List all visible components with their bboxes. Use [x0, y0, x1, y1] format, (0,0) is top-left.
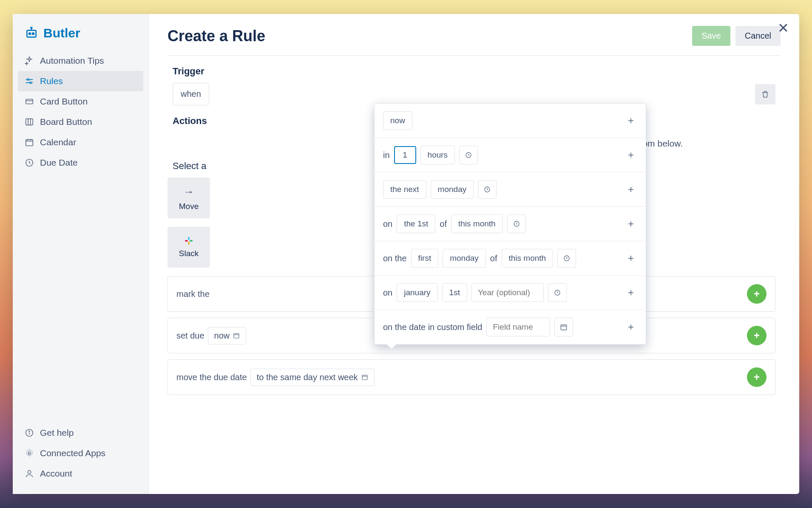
cancel-button[interactable]: Cancel	[735, 26, 781, 46]
hours-value-input[interactable]	[394, 146, 416, 164]
sidebar-item-label: Card Button	[40, 96, 88, 107]
time-picker-button[interactable]	[557, 249, 576, 268]
sidebar-bottom: Get help Connected Apps Account	[13, 423, 148, 494]
action-text: set due	[176, 331, 204, 341]
sidebar-item-connected-apps[interactable]: Connected Apps	[18, 443, 143, 463]
plus-icon: +	[754, 288, 760, 300]
label-on: on	[383, 219, 392, 229]
add-option-button[interactable]: +	[625, 113, 637, 128]
the-next-chip[interactable]: the next	[383, 180, 426, 199]
plus-icon: +	[754, 371, 760, 383]
calendar-icon	[560, 323, 568, 331]
1st-chip[interactable]: 1st	[442, 283, 467, 302]
add-option-button[interactable]: +	[625, 251, 637, 266]
sidebar-item-board-button[interactable]: Board Button	[18, 112, 143, 132]
january-chip[interactable]: january	[397, 283, 437, 302]
svg-point-2	[32, 33, 34, 34]
chip-label: to the same day next week	[257, 373, 358, 382]
popover-row-custom-field: on the date in custom field +	[375, 310, 646, 344]
sidebar-item-calendar[interactable]: Calendar	[18, 132, 143, 152]
sidebar-item-get-help[interactable]: Get help	[18, 423, 143, 443]
label-in: in	[383, 150, 390, 160]
page-header: Create a Rule Save Cancel	[168, 26, 781, 56]
due-now-chip[interactable]: now	[208, 327, 247, 344]
first-chip[interactable]: first	[411, 249, 439, 268]
clock-icon	[25, 158, 34, 167]
header-actions: Save Cancel	[692, 26, 781, 46]
the-1st-chip[interactable]: the 1st	[397, 214, 435, 233]
tile-label: Move	[179, 202, 199, 211]
add-option-button[interactable]: +	[625, 147, 637, 163]
time-picker-button[interactable]	[507, 214, 526, 233]
svg-rect-14	[26, 140, 33, 146]
now-chip[interactable]: now	[383, 111, 412, 130]
plus-icon: +	[754, 330, 760, 341]
clock-icon	[483, 186, 491, 193]
tile-label: Slack	[179, 249, 199, 258]
hours-chip[interactable]: hours	[420, 146, 455, 164]
sidebar-item-card-button[interactable]: Card Button	[18, 91, 143, 112]
svg-point-23	[28, 471, 31, 474]
info-icon	[25, 428, 34, 437]
year-input[interactable]	[471, 283, 544, 302]
add-action-button[interactable]: +	[747, 284, 767, 304]
add-action-button[interactable]: +	[747, 367, 767, 387]
tile-move[interactable]: → Move	[168, 178, 210, 218]
label-on-the: on the	[383, 254, 407, 263]
trash-icon	[761, 90, 769, 99]
svg-point-4	[31, 27, 32, 28]
card-icon	[25, 97, 34, 106]
calendar-picker-button[interactable]	[554, 318, 573, 336]
svg-rect-36	[185, 240, 188, 242]
add-action-button[interactable]: +	[747, 326, 767, 345]
add-option-button[interactable]: +	[625, 285, 637, 300]
add-option-button[interactable]: +	[625, 319, 637, 335]
trigger-section-label: Trigger	[173, 66, 781, 77]
close-button[interactable]: ✕	[778, 20, 789, 36]
svg-point-1	[29, 33, 31, 34]
app-window: Butler Automation Tips Rules Card Button	[13, 14, 799, 494]
label-on: on	[383, 288, 392, 298]
monday-chip[interactable]: monday	[431, 180, 474, 199]
trigger-when-card[interactable]: when	[173, 83, 209, 105]
clock-icon	[465, 151, 472, 159]
sidebar-item-due-date[interactable]: Due Date	[18, 152, 143, 173]
time-picker-button[interactable]	[478, 180, 497, 199]
sidebar-item-automation-tips[interactable]: Automation Tips	[18, 51, 143, 71]
sidebar-item-account[interactable]: Account	[18, 463, 143, 484]
date-picker-popover: now + in hours + the next monday	[374, 103, 646, 345]
add-option-button[interactable]: +	[625, 216, 637, 231]
trigger-row: when	[173, 83, 781, 105]
butler-robot-icon	[25, 26, 38, 40]
delete-trigger-button[interactable]	[755, 84, 775, 104]
svg-rect-35	[188, 242, 190, 245]
tile-slack[interactable]: Slack	[168, 227, 210, 268]
sidebar-item-rules[interactable]: Rules	[18, 71, 143, 91]
this-month-chip[interactable]: this month	[502, 249, 554, 268]
brand: Butler	[13, 21, 148, 51]
popover-row-next-monday: the next monday +	[375, 172, 646, 207]
sidebar-item-label: Calendar	[40, 137, 76, 147]
sliders-icon	[25, 76, 34, 86]
monday-chip[interactable]: monday	[443, 249, 486, 268]
add-option-button[interactable]: +	[625, 182, 637, 197]
save-button[interactable]: Save	[692, 26, 730, 46]
sidebar-item-label: Connected Apps	[40, 448, 105, 458]
time-picker-button[interactable]	[548, 283, 567, 302]
svg-rect-37	[234, 333, 239, 338]
svg-point-8	[30, 82, 31, 84]
time-picker-button[interactable]	[459, 146, 478, 164]
clock-icon	[513, 220, 520, 228]
page-title: Create a Rule	[168, 27, 265, 45]
sidebar-nav: Automation Tips Rules Card Button Board …	[13, 51, 148, 173]
svg-rect-9	[26, 99, 33, 104]
svg-point-6	[27, 79, 29, 81]
clock-icon	[554, 289, 561, 296]
field-name-input[interactable]	[486, 318, 550, 336]
this-month-chip[interactable]: this month	[451, 214, 503, 233]
calendar-icon	[361, 374, 368, 381]
sidebar-item-label: Rules	[40, 76, 63, 86]
clock-icon	[563, 254, 571, 262]
move-due-chip[interactable]: to the same day next week	[250, 369, 375, 386]
label-of: of	[490, 254, 497, 263]
